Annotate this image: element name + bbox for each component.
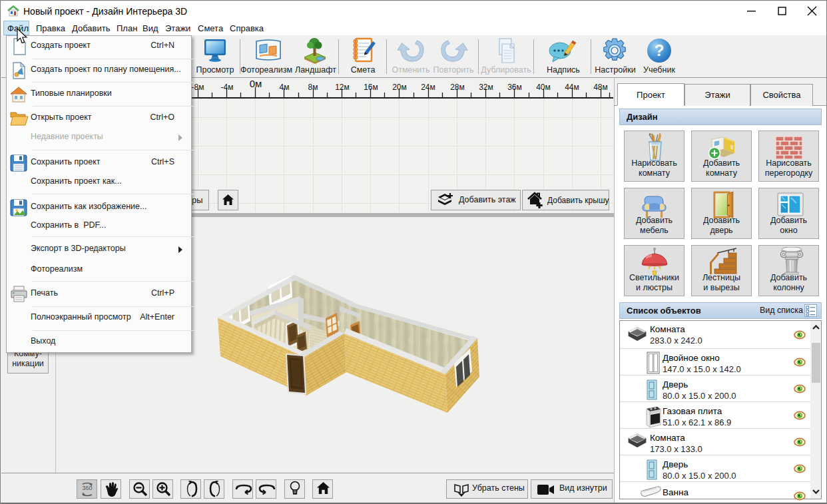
svg-text:48м: 48м xyxy=(593,83,608,92)
svg-text:20м: 20м xyxy=(392,83,407,92)
svg-text:-4м: -4м xyxy=(221,83,234,92)
svg-text:40м: 40м xyxy=(536,83,551,92)
svg-text:4м: 4м xyxy=(280,83,290,92)
svg-text:36м: 36м xyxy=(507,83,522,92)
svg-text:0м: 0м xyxy=(250,78,262,89)
svg-text:28м: 28м xyxy=(450,83,465,92)
svg-text:24м: 24м xyxy=(421,83,435,92)
svg-text:12м: 12м xyxy=(335,83,350,92)
svg-text:16м: 16м xyxy=(364,83,378,92)
svg-text:-8м: -8м xyxy=(192,83,204,92)
svg-text:8м: 8м xyxy=(308,83,318,92)
svg-text:44м: 44м xyxy=(565,83,579,92)
svg-text:?: ? xyxy=(655,41,665,59)
svg-text:32м: 32м xyxy=(479,83,493,92)
